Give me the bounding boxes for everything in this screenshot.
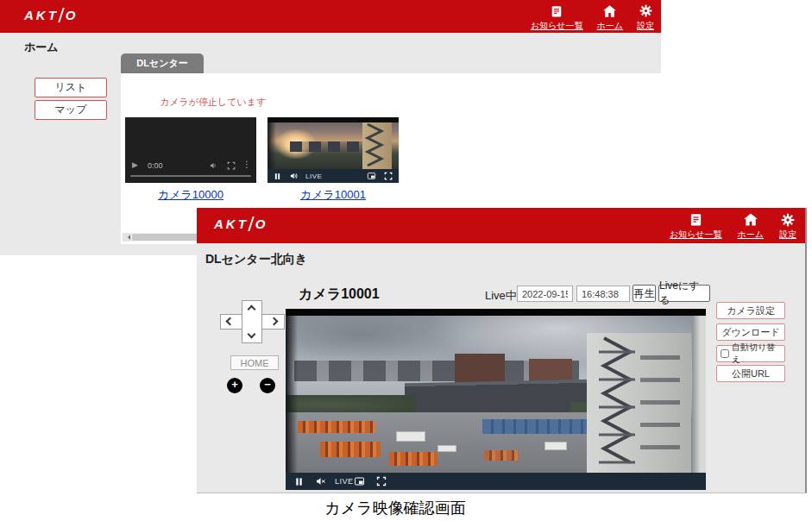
camera-stopped-message: カメラが停止しています — [160, 96, 266, 109]
fullscreen-icon[interactable] — [227, 161, 236, 170]
scroll-left-arrow[interactable] — [123, 233, 131, 242]
tab-dl-center[interactable]: DLセンター — [121, 53, 204, 73]
map-view-button[interactable]: マップ — [35, 100, 107, 120]
orange-equipment — [484, 450, 519, 461]
time-input[interactable] — [576, 286, 630, 302]
nav-home-label[interactable]: ホーム — [738, 229, 764, 241]
camera-10001-link[interactable]: カメラ10001 — [268, 187, 399, 203]
live-status-label: Live中 — [485, 288, 517, 304]
auto-switch-label: 自動切り替え — [732, 342, 781, 366]
white-truck — [396, 431, 425, 442]
camera-title: カメラ10001 — [299, 286, 380, 304]
speaker-icon[interactable] — [290, 172, 299, 180]
player-control-bar: LIVE — [268, 169, 399, 183]
home-header: AKT O お知らせ一覧 ホーム — [0, 0, 661, 33]
logo-text-left: AKT — [214, 217, 249, 231]
pan-tilt-control — [220, 300, 285, 343]
home-icon — [602, 3, 617, 18]
brick-building — [455, 354, 505, 383]
pause-icon[interactable] — [274, 173, 281, 180]
fullscreen-icon[interactable] — [384, 172, 393, 180]
list-view-button[interactable]: リスト — [35, 78, 107, 97]
window-frame-edge — [268, 117, 276, 169]
aktio-logo: AKT O — [24, 8, 79, 22]
nav-settings[interactable]: 設定 — [779, 212, 796, 241]
letterbox-bar — [286, 309, 706, 316]
right-building-with-stairs — [587, 333, 691, 473]
date-input[interactable] — [517, 286, 573, 302]
play-button[interactable]: 再生 — [633, 285, 656, 302]
logo-text-right: O — [66, 8, 79, 22]
page-title: ホーム — [24, 40, 59, 55]
nav-news-label[interactable]: お知らせ一覧 — [670, 229, 722, 241]
pause-icon[interactable] — [294, 477, 304, 486]
gear-icon — [781, 212, 795, 227]
logo-slash — [248, 217, 255, 231]
go-live-button[interactable]: Liveにする — [658, 285, 710, 302]
pip-icon[interactable] — [354, 476, 365, 486]
auto-switch-toggle[interactable]: 自動切り替え — [716, 345, 785, 362]
camera-detail-window: AKT O お知らせ一覧 ホーム — [197, 208, 807, 493]
camera-settings-button[interactable]: カメラ設定 — [716, 302, 785, 319]
gear-icon — [639, 3, 652, 18]
zoom-out-button[interactable]: − — [260, 378, 275, 393]
nav-home-label[interactable]: ホーム — [597, 20, 623, 32]
nav-home[interactable]: ホーム — [738, 212, 764, 241]
page-title: DLセンター北向き — [205, 252, 307, 267]
home-icon — [743, 212, 758, 227]
nav-news[interactable]: お知らせ一覧 — [531, 3, 583, 32]
logo-slash — [58, 8, 65, 22]
camera-10000-player[interactable]: ▶ 0:00 ⋮ — [125, 117, 256, 183]
progress-bar[interactable] — [130, 175, 251, 177]
muted-speaker-icon[interactable] — [316, 476, 326, 486]
aktio-logo: AKT O — [214, 217, 268, 231]
news-list-icon — [689, 212, 702, 227]
auto-switch-checkbox[interactable] — [721, 349, 729, 358]
news-list-icon — [551, 3, 563, 18]
white-truck — [437, 445, 456, 452]
screenshot-stage: AKT O お知らせ一覧 ホーム — [0, 0, 812, 521]
live-video-frame — [286, 316, 706, 473]
nav-settings[interactable]: 設定 — [637, 3, 654, 32]
player-control-bar: LIVE — [286, 473, 706, 490]
home-position-button[interactable]: HOME — [230, 355, 279, 370]
nav-settings-label[interactable]: 設定 — [779, 229, 796, 241]
main-video-player[interactable]: LIVE — [286, 309, 706, 490]
player-controls: ▶ 0:00 ⋮ — [125, 160, 256, 173]
pip-icon[interactable] — [367, 172, 376, 180]
blue-containers — [482, 419, 588, 434]
zoom-in-button[interactable]: + — [227, 378, 242, 393]
fullscreen-icon[interactable] — [376, 476, 387, 486]
volume-icon[interactable] — [210, 161, 218, 170]
nav-news-label[interactable]: お知らせ一覧 — [531, 20, 583, 32]
city-silhouette — [290, 141, 368, 152]
window-frame-edge — [286, 316, 298, 473]
logo-text-right: O — [255, 217, 268, 231]
white-truck — [544, 442, 567, 450]
orange-equipment — [389, 452, 437, 466]
public-url-button[interactable]: 公開URL — [716, 365, 785, 382]
nav-news[interactable]: お知らせ一覧 — [670, 212, 722, 241]
play-icon[interactable]: ▶ — [132, 160, 138, 169]
letterbox-bar — [268, 117, 399, 122]
sunset-video-frame — [268, 117, 399, 169]
camera-10000-link[interactable]: カメラ10000 — [125, 187, 256, 203]
logo-text-left: AKT — [24, 8, 59, 22]
window-frame-edge — [692, 316, 706, 473]
right-building — [362, 122, 392, 169]
building-windows — [640, 355, 680, 468]
live-badge: LIVE — [305, 173, 322, 180]
download-button[interactable]: ダウンロード — [716, 323, 785, 341]
home-header-nav: お知らせ一覧 ホーム 設定 — [531, 3, 654, 32]
overflow-menu-icon[interactable]: ⋮ — [242, 160, 251, 169]
nav-settings-label[interactable]: 設定 — [637, 20, 654, 32]
screenshot-caption: カメラ映像確認画面 — [197, 498, 594, 518]
live-badge: LIVE — [335, 477, 354, 486]
playback-time: 0:00 — [148, 161, 163, 170]
nav-home[interactable]: ホーム — [597, 3, 623, 32]
camera-10001-player[interactable]: LIVE — [268, 117, 399, 183]
camera-header: AKT O お知らせ一覧 ホーム — [197, 208, 805, 243]
trees — [286, 395, 415, 414]
orange-equipment — [320, 442, 381, 457]
orange-equipment — [298, 421, 375, 433]
